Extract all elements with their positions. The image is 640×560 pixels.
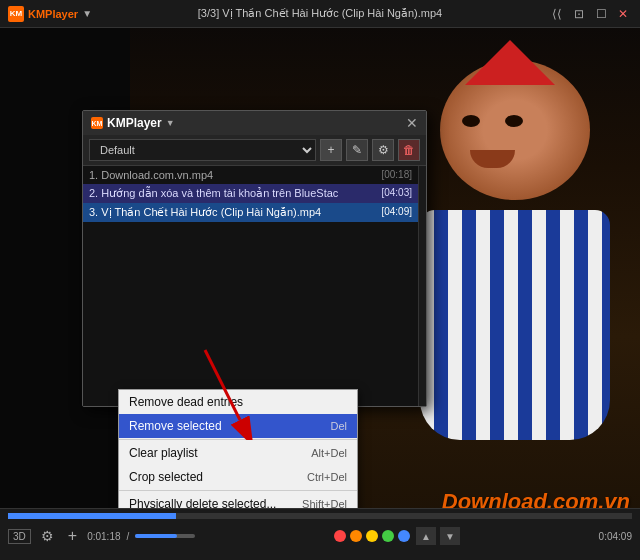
player-controls-bottom: 3D ⚙ + 0:01:18 / ▲ ▼ 0:04:09 [0, 523, 640, 549]
time-current: 0:01:18 [87, 531, 120, 542]
3d-button[interactable]: 3D [8, 529, 31, 544]
player-topbar: KM KMPlayer ▼ [3/3] Vị Thần Chết Hài Hướ… [0, 0, 640, 28]
player-controls-top: ⟨⟨ ⊡ ☐ ✕ [548, 5, 632, 23]
player-bottombar: 3D ⚙ + 0:01:18 / ▲ ▼ 0:04:09 [0, 508, 640, 560]
context-menu-item-remove-selected[interactable]: Remove selected Del [119, 414, 357, 438]
context-menu-item-remove-dead[interactable]: Remove dead entries [119, 390, 357, 414]
list-item[interactable]: 2. Hướng dẫn xóa và thêm tài khoản trên … [83, 184, 418, 203]
right-character [410, 40, 630, 500]
playlist-title-label: KM KMPlayer ▼ [91, 116, 175, 130]
progress-bar[interactable] [8, 513, 632, 519]
restore-button[interactable]: ⊡ [570, 5, 588, 23]
playlist-dropdown[interactable]: Default [89, 139, 316, 161]
playlist-settings-button[interactable]: ⚙ [372, 139, 394, 161]
playlist-toolbar: Default + ✎ ⚙ 🗑 [83, 135, 426, 166]
settings-button[interactable]: ⚙ [37, 526, 58, 546]
playlist-body: 1. Download.com.vn.mp4 [00:18] 2. Hướng … [83, 166, 426, 406]
nav-next-button[interactable]: ▼ [440, 527, 460, 545]
playlist-delete-button[interactable]: 🗑 [398, 139, 420, 161]
add-button[interactable]: + [64, 525, 81, 547]
km-icon: KM [8, 6, 24, 22]
nav-prev-button[interactable]: ▲ [416, 527, 436, 545]
playlist-add-button[interactable]: + [320, 139, 342, 161]
color-dots [334, 530, 410, 542]
nav-arrows: ▲ ▼ [416, 527, 460, 545]
list-item[interactable]: 3. Vị Thần Chết Hài Hước (Clip Hài Ngắn)… [83, 203, 418, 222]
player-logo-text: KMPlayer [28, 8, 78, 20]
playlist-close-button[interactable]: ✕ [406, 115, 418, 131]
dot-green[interactable] [382, 530, 394, 542]
playlist-window: KM KMPlayer ▼ ✕ Default + ✎ ⚙ 🗑 1. Downl… [82, 110, 427, 407]
volume-fill [135, 534, 177, 538]
context-menu-separator-1 [119, 439, 357, 440]
playlist-edit-button[interactable]: ✎ [346, 139, 368, 161]
dot-red[interactable] [334, 530, 346, 542]
playlist-empty-area [83, 222, 418, 406]
dropdown-arrow: ▼ [82, 8, 92, 19]
progress-bar-fill [8, 513, 176, 519]
minimize-button[interactable]: ⟨⟨ [548, 5, 566, 23]
close-button[interactable]: ✕ [614, 5, 632, 23]
dot-blue[interactable] [398, 530, 410, 542]
playlist-dropdown-arrow[interactable]: ▼ [166, 118, 175, 128]
dot-orange[interactable] [350, 530, 362, 542]
maximize-button[interactable]: ☐ [592, 5, 610, 23]
volume-bar[interactable] [135, 534, 195, 538]
context-menu: Remove dead entries Remove selected Del … [118, 389, 358, 517]
playlist-scrollbar[interactable] [418, 166, 426, 406]
list-item[interactable]: 1. Download.com.vn.mp4 [00:18] [83, 166, 418, 184]
context-menu-separator-2 [119, 490, 357, 491]
context-menu-item-crop-selected[interactable]: Crop selected Ctrl+Del [119, 465, 357, 489]
time-total: 0:04:09 [599, 531, 632, 542]
player-logo[interactable]: KM KMPlayer ▼ [8, 6, 92, 22]
dot-yellow[interactable] [366, 530, 378, 542]
playlist-items-list: 1. Download.com.vn.mp4 [00:18] 2. Hướng … [83, 166, 418, 406]
playlist-titlebar: KM KMPlayer ▼ ✕ [83, 111, 426, 135]
player-title: [3/3] Vị Thần Chết Hài Hước (Clip Hài Ng… [92, 7, 548, 20]
context-menu-item-clear-playlist[interactable]: Clear playlist Alt+Del [119, 441, 357, 465]
playlist-km-icon: KM [91, 117, 103, 129]
time-separator: / [127, 531, 130, 542]
